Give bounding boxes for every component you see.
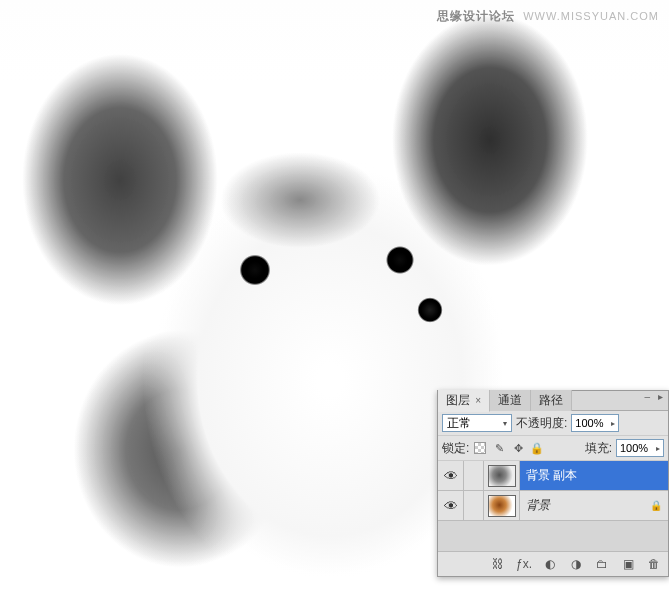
tab-layers-label: 图层 xyxy=(446,393,470,407)
layer-group-icon[interactable]: 🗀 xyxy=(594,556,610,572)
adjustment-layer-icon[interactable]: ◑ xyxy=(568,556,584,572)
panel-tabs: 图层 × 通道 路径 – ▸ xyxy=(438,391,668,411)
lock-move-icon[interactable]: ✥ xyxy=(511,441,525,455)
layer-name: 背景 副本 xyxy=(526,467,662,484)
lock-fill-row: 锁定: ✎ ✥ 🔒 填充: 100% ▸ xyxy=(438,436,668,461)
blend-mode-value: 正常 xyxy=(447,415,471,432)
eye-icon: 👁 xyxy=(444,468,458,484)
opacity-field[interactable]: 100% ▸ xyxy=(571,414,619,432)
link-cell[interactable] xyxy=(464,461,484,490)
layer-style-icon[interactable]: ƒx. xyxy=(516,556,532,572)
layer-mask-icon[interactable]: ◐ xyxy=(542,556,558,572)
blend-opacity-row: 正常 ▾ 不透明度: 100% ▸ xyxy=(438,411,668,436)
panel-controls: – ▸ xyxy=(641,391,666,402)
link-cell[interactable] xyxy=(464,491,484,520)
panel-footer: ⛓ ƒx. ◐ ◑ 🗀 ▣ 🗑 xyxy=(438,551,668,576)
opacity-arrow-icon: ▸ xyxy=(611,419,615,428)
watermark-url: WWW.MISSYUAN.COM xyxy=(523,10,659,22)
fill-label: 填充: xyxy=(585,440,612,457)
fill-arrow-icon: ▸ xyxy=(656,444,660,453)
tab-channels-label: 通道 xyxy=(498,393,522,407)
layer-list-empty xyxy=(438,521,668,551)
new-layer-icon[interactable]: ▣ xyxy=(620,556,636,572)
layer-name: 背景 xyxy=(526,497,650,514)
fill-value: 100% xyxy=(620,442,648,454)
thumbnail-image xyxy=(488,465,516,487)
layers-panel: 图层 × 通道 路径 – ▸ 正常 ▾ 不透明度: 100% ▸ 锁定: ✎ ✥ xyxy=(437,390,669,577)
delete-layer-icon[interactable]: 🗑 xyxy=(646,556,662,572)
tab-channels[interactable]: 通道 xyxy=(490,390,531,411)
lock-transparency-icon[interactable] xyxy=(473,441,487,455)
layer-list: 👁 背景 副本 👁 背景 🔒 xyxy=(438,461,668,551)
tab-paths-label: 路径 xyxy=(539,393,563,407)
eye-icon: 👁 xyxy=(444,498,458,514)
panel-menu-icon[interactable]: ▸ xyxy=(655,391,666,402)
opacity-label: 不透明度: xyxy=(516,415,567,432)
lock-icons: ✎ ✥ 🔒 xyxy=(473,441,544,455)
lock-brush-icon[interactable]: ✎ xyxy=(492,441,506,455)
blend-mode-select[interactable]: 正常 ▾ xyxy=(442,414,512,432)
layer-thumbnail[interactable] xyxy=(484,491,520,520)
lock-icon: 🔒 xyxy=(650,500,662,512)
tab-paths[interactable]: 路径 xyxy=(531,390,572,411)
tab-layers[interactable]: 图层 × xyxy=(438,390,490,412)
tab-close-icon[interactable]: × xyxy=(475,395,481,406)
opacity-value: 100% xyxy=(575,417,603,429)
lock-all-icon[interactable]: 🔒 xyxy=(530,441,544,455)
layer-thumbnail[interactable] xyxy=(484,461,520,490)
lock-label: 锁定: xyxy=(442,440,469,457)
panel-minimize-icon[interactable]: – xyxy=(641,391,653,402)
link-layers-icon[interactable]: ⛓ xyxy=(490,556,506,572)
layer-row[interactable]: 👁 背景 🔒 xyxy=(438,491,668,521)
visibility-toggle[interactable]: 👁 xyxy=(438,491,464,520)
layer-name-cell[interactable]: 背景 副本 xyxy=(520,461,668,490)
visibility-toggle[interactable]: 👁 xyxy=(438,461,464,490)
thumbnail-image xyxy=(488,495,516,517)
chevron-down-icon: ▾ xyxy=(503,419,507,428)
watermark: 思缘设计论坛 WWW.MISSYUAN.COM xyxy=(437,8,659,25)
layer-name-cell[interactable]: 背景 🔒 xyxy=(520,491,668,520)
watermark-brand: 思缘设计论坛 xyxy=(437,9,515,23)
fill-field[interactable]: 100% ▸ xyxy=(616,439,664,457)
layer-row[interactable]: 👁 背景 副本 xyxy=(438,461,668,491)
